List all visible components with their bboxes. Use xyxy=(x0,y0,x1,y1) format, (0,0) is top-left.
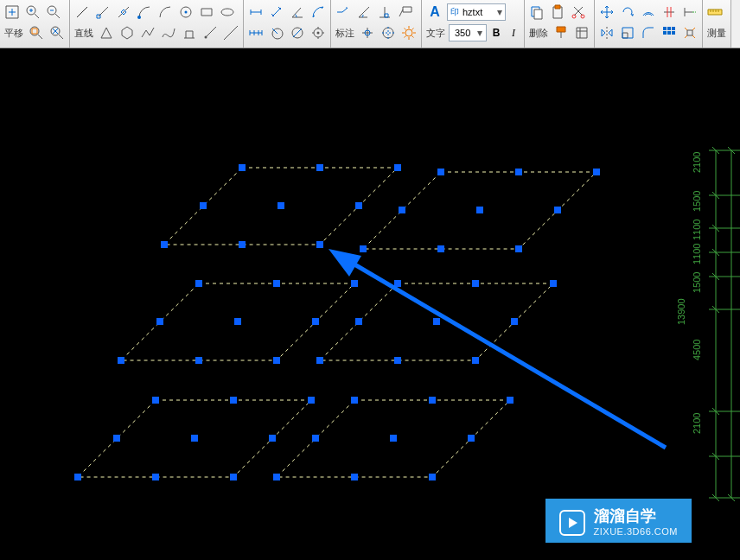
text-size-input[interactable] xyxy=(453,27,475,39)
center-mark-icon[interactable] xyxy=(379,23,398,42)
array-icon[interactable] xyxy=(660,23,679,42)
xline-icon[interactable] xyxy=(221,23,240,42)
bold-button[interactable]: B xyxy=(488,23,504,42)
panel-annotate: 标注 xyxy=(331,0,422,48)
zoom-fit-icon[interactable] xyxy=(3,3,22,22)
svg-rect-95 xyxy=(390,435,397,442)
svg-text:1100: 1100 xyxy=(692,220,702,240)
callout-icon[interactable] xyxy=(396,3,415,22)
panel-edit: 删除 xyxy=(525,0,595,48)
dim-radius-icon[interactable] xyxy=(267,23,286,42)
properties-icon[interactable] xyxy=(572,23,591,42)
ray-icon[interactable] xyxy=(201,23,220,42)
svg-rect-38 xyxy=(687,30,692,35)
drawing-canvas[interactable]: 2100 1500 1100 1100 1500 4500 2100 13900… xyxy=(0,48,740,560)
pan-label: 平移 xyxy=(3,26,25,41)
circle-icon[interactable] xyxy=(176,3,195,22)
spline-icon[interactable] xyxy=(159,23,178,42)
arc-icon[interactable] xyxy=(156,3,175,22)
svg-rect-72 xyxy=(118,357,124,364)
dim-arc-icon[interactable] xyxy=(309,3,328,22)
polyline-icon[interactable] xyxy=(138,23,157,42)
trim-icon[interactable] xyxy=(660,3,679,22)
polygon-icon[interactable] xyxy=(118,23,137,42)
copy-icon[interactable] xyxy=(527,3,546,22)
chevron-down-icon: ▾ xyxy=(477,27,482,39)
svg-rect-86 xyxy=(191,435,198,442)
panel-pan: 平移 xyxy=(0,0,70,48)
cut-icon[interactable] xyxy=(569,3,588,22)
dim-angular-icon[interactable] xyxy=(288,3,307,22)
rotate-icon[interactable] xyxy=(618,3,637,22)
triangle-icon[interactable] xyxy=(97,23,116,42)
level-icon[interactable] xyxy=(358,23,377,42)
svg-rect-30 xyxy=(622,33,628,38)
svg-rect-94 xyxy=(468,435,475,442)
svg-text:1500: 1500 xyxy=(692,272,702,293)
svg-rect-87 xyxy=(113,435,120,442)
line-label: 直线 xyxy=(73,26,95,41)
zoom-extents-icon[interactable] xyxy=(48,23,67,42)
delete-label: 删除 xyxy=(527,26,550,41)
dim-dia-icon[interactable] xyxy=(288,23,307,42)
svg-rect-93 xyxy=(507,397,514,404)
fillet-icon[interactable] xyxy=(639,23,658,42)
perp-icon[interactable] xyxy=(375,3,394,22)
dim-continue-icon[interactable] xyxy=(246,23,265,42)
text-label: 文字 xyxy=(424,26,447,41)
dim-gear-icon[interactable] xyxy=(399,23,418,42)
dim-label: 标注 xyxy=(334,26,356,41)
extend-icon[interactable] xyxy=(680,3,699,22)
mirror-icon[interactable] xyxy=(597,23,616,42)
dimension-lines xyxy=(709,147,740,501)
paint-icon[interactable] xyxy=(552,23,571,42)
svg-rect-99 xyxy=(273,474,280,480)
svg-rect-29 xyxy=(577,28,587,38)
svg-rect-78 xyxy=(355,318,362,325)
svg-rect-71 xyxy=(195,357,202,364)
arc-start-icon[interactable] xyxy=(135,3,154,22)
svg-rect-64 xyxy=(195,280,202,287)
size-dropdown[interactable]: ▾ xyxy=(449,24,487,41)
ellipse-icon[interactable] xyxy=(218,3,237,22)
italic-button[interactable]: I xyxy=(506,23,521,42)
svg-line-100 xyxy=(346,259,666,448)
ruler-icon[interactable] xyxy=(705,3,724,22)
text-icon[interactable]: A xyxy=(424,3,445,22)
svg-rect-96 xyxy=(312,435,319,442)
panel-measure: 测量 xyxy=(703,0,731,48)
svg-text:1100: 1100 xyxy=(692,244,702,264)
angle-mark-icon[interactable] xyxy=(354,3,373,22)
explode-icon[interactable] xyxy=(680,23,699,42)
svg-marker-101 xyxy=(329,249,361,277)
paste-icon[interactable] xyxy=(548,3,567,22)
zoom-in-icon[interactable] xyxy=(23,3,42,22)
snap-mid-icon[interactable] xyxy=(114,3,133,22)
watermark: 溜溜自学 ZIXUE.3D66.COM xyxy=(545,499,692,543)
font-name-input[interactable] xyxy=(461,6,495,18)
leader-icon[interactable] xyxy=(334,3,353,22)
svg-text:1500: 1500 xyxy=(692,191,702,212)
selected-shapes xyxy=(78,168,596,477)
pedestal-icon[interactable] xyxy=(180,23,199,42)
line-icon[interactable] xyxy=(73,3,92,22)
svg-rect-52 xyxy=(316,241,323,248)
svg-rect-76 xyxy=(511,318,518,325)
svg-rect-33 xyxy=(667,27,671,30)
font-dropdown[interactable]: 印 ▾ xyxy=(447,3,506,21)
dim-linear-icon[interactable] xyxy=(246,3,265,22)
snap-end-icon[interactable] xyxy=(93,3,112,22)
rect-icon[interactable] xyxy=(197,3,216,22)
dim-aligned-icon[interactable] xyxy=(267,3,286,22)
svg-rect-80 xyxy=(394,357,401,364)
svg-text:4500: 4500 xyxy=(692,340,702,360)
offset-icon[interactable] xyxy=(639,3,658,22)
zoom-out-icon[interactable] xyxy=(44,3,63,22)
move-icon[interactable] xyxy=(597,3,616,22)
scale-icon[interactable] xyxy=(618,23,637,42)
zoom-window-icon[interactable] xyxy=(27,23,46,42)
svg-rect-28 xyxy=(557,27,565,32)
svg-rect-37 xyxy=(672,31,675,35)
dim-settings-icon[interactable] xyxy=(309,23,328,42)
svg-rect-54 xyxy=(161,241,168,248)
